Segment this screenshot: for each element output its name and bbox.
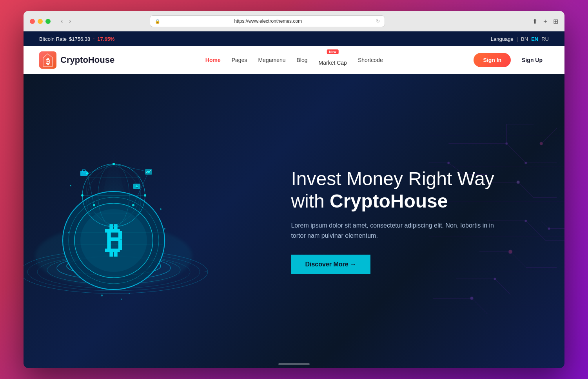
hero-description: Lorem ipsum dolor sit amet, consectetur …	[291, 220, 503, 241]
bitcoin-price: $1756.38	[69, 36, 90, 42]
svg-text:₿: ₿	[46, 58, 50, 66]
close-button[interactable]	[30, 19, 35, 24]
svg-point-24	[494, 278, 496, 280]
svg-line-4	[506, 144, 526, 163]
svg-point-28	[447, 162, 450, 164]
lang-en[interactable]: EN	[531, 36, 538, 42]
nav-pages[interactable]: Pages	[232, 57, 247, 63]
svg-point-94	[101, 295, 103, 297]
minimize-button[interactable]	[38, 19, 43, 24]
nav-home[interactable]: Home	[205, 57, 221, 63]
svg-point-96	[129, 293, 130, 294]
website-content: Bitcoin Rate $1756.38 ↑ 17.65% Language …	[24, 31, 564, 368]
hero-title: Invest Money Right Way with CryptoHouse	[291, 168, 541, 213]
browser-actions: ⬆ ＋ ⊞	[532, 17, 558, 26]
svg-point-31	[470, 297, 473, 300]
reload-icon[interactable]: ↻	[376, 18, 380, 24]
lock-icon: 🔒	[155, 19, 160, 24]
new-tab-button[interactable]: ＋	[542, 17, 548, 26]
browser-titlebar: ‹ › 🔒 https://www.electronthemes.com ↻ ⬆…	[24, 11, 564, 31]
hero-content: Invest Money Right Way with CryptoHouse …	[283, 168, 564, 274]
nav-menu: Home Pages Megamenu Blog New Market Cap …	[205, 54, 383, 66]
rate-percent: 17.65%	[97, 36, 114, 42]
rate-arrow: ↑	[93, 36, 95, 42]
svg-point-33	[540, 142, 543, 145]
traffic-lights	[30, 19, 51, 24]
back-button[interactable]: ‹	[58, 17, 65, 26]
nav-blog[interactable]: Blog	[297, 57, 308, 63]
svg-line-23	[495, 279, 510, 294]
svg-point-9	[524, 162, 527, 164]
hero-brand: CryptoHouse	[330, 191, 448, 211]
language-label: Language	[491, 36, 514, 42]
lang-ru[interactable]: RU	[541, 36, 549, 42]
nav-actions: Sign In Sign Up	[474, 53, 549, 67]
logo-icon: ₿	[39, 51, 56, 69]
nav-badge-new: New	[327, 49, 339, 54]
grid-button[interactable]: ⊞	[553, 18, 558, 25]
top-bar: Bitcoin Rate $1756.38 ↑ 17.65% Language …	[24, 31, 564, 46]
svg-point-85	[144, 194, 146, 197]
bitcoin-rate: Bitcoin Rate $1756.38 ↑ 17.65%	[39, 36, 114, 42]
signup-button[interactable]: Sign Up	[515, 53, 549, 67]
scroll-indicator	[278, 363, 310, 365]
nav-shortcode[interactable]: Shortcode	[358, 57, 383, 63]
url-text: https://www.electronthemes.com	[163, 18, 374, 24]
svg-point-90	[70, 185, 71, 186]
language-bar: Language | BN EN RU	[491, 36, 549, 42]
lang-bn[interactable]: BN	[521, 36, 528, 42]
address-bar[interactable]: 🔒 https://www.electronthemes.com ↻	[150, 15, 385, 27]
maximize-button[interactable]	[45, 19, 51, 24]
bitcoin-label: Bitcoin Rate	[39, 36, 67, 42]
logo-text: CryptoHouse	[60, 55, 114, 65]
svg-point-93	[164, 228, 165, 230]
discover-more-button[interactable]: Discover More →	[291, 255, 370, 274]
nav-megamenu[interactable]: Megamenu	[258, 57, 285, 63]
signin-button[interactable]: Sign In	[474, 53, 511, 67]
hero-section: ₿	[24, 74, 564, 368]
nav-marketcap[interactable]: New Market Cap	[319, 54, 347, 66]
logo[interactable]: ₿ CryptoHouse	[39, 51, 114, 69]
svg-point-8	[505, 142, 508, 145]
lang-separator: |	[517, 36, 518, 42]
svg-point-95	[121, 299, 122, 300]
nav-bar: ₿ CryptoHouse Home Pages Megamenu Blog N…	[24, 46, 564, 74]
forward-button[interactable]: ›	[67, 17, 73, 26]
share-button[interactable]: ⬆	[532, 18, 537, 25]
svg-point-80	[136, 185, 138, 188]
nav-arrows: ‹ ›	[58, 17, 74, 26]
bitcoin-illustration: ₿	[24, 119, 216, 323]
svg-point-84	[81, 194, 83, 197]
svg-point-91	[160, 208, 162, 210]
